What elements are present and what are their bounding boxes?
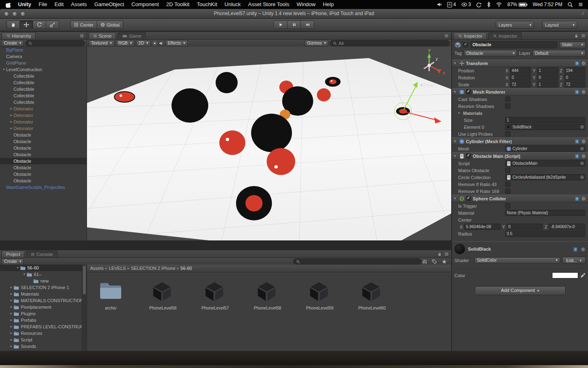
- hierarchy-item[interactable]: Collectible: [0, 73, 87, 79]
- component-header[interactable]: ▾Cylinder (Mesh Filter): [452, 137, 588, 145]
- disclosure-icon[interactable]: ▸: [9, 105, 13, 112]
- gear-icon[interactable]: [581, 246, 586, 251]
- menubar-item[interactable]: Asset Store Tools: [245, 0, 293, 9]
- text-field[interactable]: None (Physic Material): [505, 210, 585, 216]
- menubar-item[interactable]: TouchKit: [193, 0, 221, 9]
- scene-viewport[interactable]: y z x Persp: [87, 47, 451, 240]
- disclosure-icon[interactable]: ▸: [9, 323, 13, 330]
- hierarchy-item[interactable]: ▸Detonator: [0, 119, 87, 125]
- disclosure-icon[interactable]: ▾: [16, 265, 20, 271]
- color-swatch[interactable]: [552, 272, 578, 278]
- menubar-item[interactable]: Unity: [14, 0, 35, 9]
- gear-icon[interactable]: [581, 61, 586, 66]
- disclosure-icon[interactable]: ▾: [2, 66, 6, 73]
- help-icon[interactable]: [575, 196, 579, 201]
- hierarchy-item[interactable]: ▸Detonator: [0, 105, 87, 112]
- component-enabled-checkbox[interactable]: [466, 196, 471, 201]
- static-dropdown[interactable]: Static: [559, 42, 586, 48]
- vector-field[interactable]: 72: [510, 81, 531, 88]
- shader-edit-button[interactable]: Edit...: [562, 257, 586, 264]
- project-tree-item[interactable]: ▸Plugins: [0, 310, 87, 317]
- bluetooth-icon[interactable]: [487, 2, 491, 7]
- tab-inspector-2[interactable]: Inspector: [488, 32, 521, 39]
- project-search-input[interactable]: [293, 258, 421, 265]
- disclosure-icon[interactable]: ▸: [9, 310, 13, 317]
- object-field[interactable]: ObstacleMain: [505, 160, 585, 166]
- project-tree-item[interactable]: ▸Prefabs: [0, 317, 87, 323]
- hierarchy-item[interactable]: ▸Detonator: [0, 125, 87, 132]
- vector-field[interactable]: 1: [537, 81, 558, 88]
- wifi-icon[interactable]: [496, 2, 502, 7]
- step-button[interactable]: [301, 20, 314, 29]
- panel-menu-icon[interactable]: [444, 251, 449, 257]
- active-checkbox[interactable]: [463, 42, 468, 47]
- checkbox[interactable]: [505, 182, 510, 187]
- vector-field[interactable]: 0: [507, 224, 543, 230]
- breadcrumb-item[interactable]: Assets: [90, 266, 104, 271]
- hierarchy-item[interactable]: Obstacle: [0, 145, 87, 151]
- gear-icon[interactable]: [581, 89, 586, 94]
- search-favorites-icon[interactable]: [442, 259, 447, 264]
- checkbox[interactable]: [505, 131, 510, 137]
- hierarchy-item[interactable]: Collectible: [0, 86, 87, 92]
- foldout-icon[interactable]: ▾: [454, 61, 458, 65]
- scene-object[interactable]: [219, 130, 245, 155]
- scene-audio-toggle[interactable]: [159, 40, 164, 46]
- play-button[interactable]: [274, 20, 287, 29]
- vector-field[interactable]: -8.940697e-0: [549, 224, 585, 230]
- scene-object[interactable]: [251, 114, 292, 152]
- component-header[interactable]: ▾Transform: [452, 59, 588, 67]
- checkbox[interactable]: [505, 168, 510, 173]
- tab-console[interactable]: Console: [26, 251, 57, 258]
- notification-center-icon[interactable]: [578, 2, 583, 7]
- breadcrumb-item[interactable]: SELECTION 2 iPhone: [131, 266, 176, 271]
- asset-item[interactable]: PhoneLevel58: [252, 281, 283, 310]
- hierarchy-item[interactable]: Obstacle: [0, 177, 87, 184]
- hierarchy-search-input[interactable]: [25, 40, 85, 46]
- help-icon[interactable]: [575, 153, 579, 159]
- menubar-item[interactable]: Edit: [51, 0, 67, 9]
- vector-field[interactable]: 444: [510, 67, 531, 74]
- disclosure-icon[interactable]: ▾: [22, 271, 27, 278]
- menubar-item[interactable]: GameObject: [91, 0, 128, 9]
- hierarchy-item[interactable]: GridPlane: [0, 60, 87, 66]
- gear-icon[interactable]: [581, 139, 586, 144]
- object-field[interactable]: CirclesAntialiased (tk2dSprite: [505, 174, 585, 180]
- scene-object[interactable]: [172, 88, 208, 123]
- scene-object[interactable]: [114, 92, 135, 102]
- menubar-item[interactable]: Window: [293, 0, 319, 9]
- resize-grip-icon[interactable]: [581, 11, 585, 16]
- hierarchy-item[interactable]: Obstacle: [0, 171, 87, 177]
- component-enabled-checkbox[interactable]: [466, 153, 471, 159]
- vector-field[interactable]: 5.960464e-08: [464, 224, 501, 230]
- menubar-item[interactable]: Help: [319, 0, 338, 9]
- scale-tool-button[interactable]: [46, 20, 59, 29]
- search-filter-mixer-icon[interactable]: [422, 259, 427, 264]
- menubar-item[interactable]: Assets: [67, 0, 91, 9]
- object-picker-icon[interactable]: [580, 162, 584, 165]
- tab-scene[interactable]: Scene: [89, 32, 116, 39]
- tab-hierarchy[interactable]: Hierarchy: [2, 32, 36, 39]
- layer-dropdown[interactable]: Default: [532, 50, 586, 56]
- tab-project[interactable]: Project: [2, 251, 24, 258]
- disclosure-icon[interactable]: ▸: [9, 291, 13, 297]
- gizmos-dropdown[interactable]: Gizmos: [305, 40, 328, 47]
- disclosure-icon[interactable]: ▸: [9, 119, 13, 125]
- hierarchy-item[interactable]: Collectible: [0, 92, 87, 99]
- render-mode-dropdown[interactable]: RGB: [116, 40, 134, 47]
- gear-icon[interactable]: [581, 153, 586, 159]
- project-tree-item[interactable]: ▸Script: [0, 337, 87, 343]
- hierarchy-item[interactable]: Camera: [0, 53, 87, 60]
- foldout-icon[interactable]: ▾: [454, 154, 458, 158]
- project-create-dropdown[interactable]: Create: [2, 258, 24, 265]
- help-icon[interactable]: [575, 139, 579, 144]
- lock-icon[interactable]: [437, 251, 442, 257]
- disclosure-icon[interactable]: ▸: [9, 317, 13, 323]
- title-bar[interactable]: PhoneLevel57.unity – Unity 1.4 new level…: [0, 9, 588, 19]
- object-picker-icon[interactable]: [580, 175, 584, 179]
- hierarchy-item[interactable]: Obstacle: [0, 158, 87, 164]
- help-icon[interactable]: [573, 246, 578, 251]
- project-tree-item[interactable]: ▸PREFABS LEVEL-CONSTRUCTION: [0, 323, 87, 330]
- project-tree-item[interactable]: ▾56-60: [0, 265, 87, 271]
- disclosure-icon[interactable]: ▸: [9, 125, 13, 132]
